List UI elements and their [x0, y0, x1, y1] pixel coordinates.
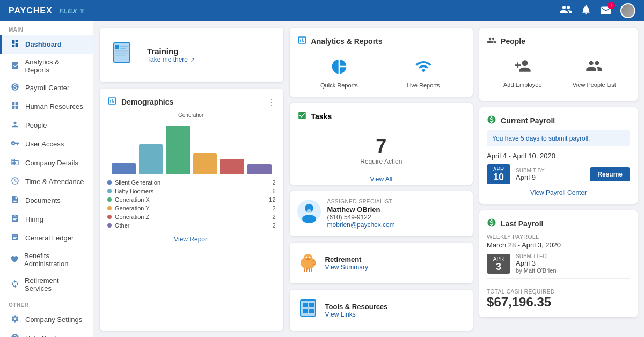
svg-rect-27 — [303, 309, 308, 313]
specialist-details: ASSIGNED SPECIALIST Matthew OBrien (610)… — [327, 199, 395, 229]
tools-view-links[interactable]: View Links — [325, 311, 388, 318]
training-card: Training Take me there ↗ — [100, 28, 283, 82]
view-report-link[interactable]: View Report — [107, 235, 276, 243]
users-icon[interactable] — [560, 5, 572, 17]
bell-icon[interactable] — [581, 4, 591, 18]
sidebar-item-hiring[interactable]: Hiring — [0, 210, 93, 229]
sidebar-item-gl[interactable]: General Ledger — [0, 229, 93, 247]
sidebar-item-company[interactable]: Company Details — [0, 153, 93, 172]
retirement-card: Retirement View Summary — [290, 243, 473, 283]
sidebar-item-documents[interactable]: Documents — [0, 191, 93, 210]
current-payroll-card: Current Payroll You have 5 days to submi… — [479, 107, 638, 204]
svg-line-20 — [304, 269, 305, 272]
legend-name: Generation Y — [115, 205, 269, 211]
svg-rect-1 — [16, 102, 18, 105]
legend-count: 6 — [272, 188, 275, 194]
help-icon — [10, 333, 20, 337]
sidebar-item-user-access[interactable]: User Access — [0, 135, 93, 153]
legend-dot — [107, 197, 112, 202]
svg-rect-0 — [12, 102, 14, 105]
sidebar-item-people[interactable]: People — [0, 116, 93, 135]
sidebar-other-label: OTHER — [0, 297, 93, 310]
payroll-period: April 4 - April 10, 2020 — [487, 152, 630, 160]
specialist-email[interactable]: mobrien@paychex.com — [327, 221, 395, 229]
live-reports-icon — [415, 58, 432, 79]
analytics-card: Analytics & Reports Quick Reports — [290, 28, 473, 97]
people-card-icon — [487, 35, 496, 47]
sidebar-item-benefits[interactable]: Benefits Administration — [0, 247, 93, 272]
people-actions: Add Employee View People List — [487, 52, 630, 93]
demographics-legend: Silent Generation 2 Baby Boomers 6 Gener… — [107, 178, 276, 230]
main-layout: MAIN Dashboard Analytics & Reports Payro… — [0, 21, 644, 337]
sidebar-item-hr[interactable]: Human Resources — [0, 97, 93, 116]
add-employee-icon — [514, 57, 531, 78]
sidebar-label-company: Company Details — [25, 159, 78, 167]
sidebar-item-analytics[interactable]: Analytics & Reports — [0, 54, 93, 78]
view-payroll-center[interactable]: View Payroll Center — [487, 188, 630, 196]
tools-icon — [297, 297, 319, 323]
sidebar-item-help[interactable]: Help Center — [0, 329, 93, 337]
svg-rect-9 — [115, 53, 128, 54]
sidebar-item-time[interactable]: Time & Attendance — [0, 172, 93, 191]
sidebar-item-dashboard[interactable]: Dashboard — [0, 35, 93, 54]
svg-point-13 — [302, 215, 316, 223]
training-title: Training — [147, 47, 195, 56]
training-text: Training Take me there ↗ — [147, 47, 195, 63]
svg-point-17 — [305, 257, 307, 258]
retirement-view-summary[interactable]: View Summary — [325, 263, 368, 271]
people-header: People — [487, 35, 630, 47]
tasks-count: 7 Require Action — [297, 127, 466, 170]
training-link[interactable]: Take me there ↗ — [147, 56, 195, 63]
chart-bar — [220, 159, 244, 174]
avatar[interactable] — [620, 3, 635, 18]
last-payroll-dates: March 28 - April 3, 2020 — [487, 241, 630, 249]
sidebar-item-settings[interactable]: Company Settings — [0, 310, 93, 329]
sidebar-item-payroll[interactable]: Payroll Center — [0, 78, 93, 97]
analytics-header: Analytics & Reports — [297, 35, 466, 47]
legend-dot — [107, 206, 112, 210]
last-payroll-title: Last Payroll — [501, 219, 543, 228]
chart-bar — [193, 153, 217, 174]
svg-point-14 — [307, 209, 311, 214]
payroll-icon — [10, 83, 20, 93]
add-employee-action[interactable]: Add Employee — [487, 52, 558, 93]
mail-icon[interactable]: 7 — [600, 5, 612, 17]
retirement-icon — [10, 280, 19, 290]
specialist-icon — [297, 200, 321, 228]
sidebar-label-retirement-services: Retirement Services — [25, 276, 84, 292]
tasks-number: 7 — [297, 135, 466, 158]
current-payroll-header: Current Payroll — [487, 115, 630, 126]
sidebar-item-retirement[interactable]: Retirement Services — [0, 272, 93, 297]
demographics-icon — [107, 96, 117, 108]
legend-name: Generation Z — [115, 214, 269, 220]
user-access-icon — [10, 139, 20, 149]
people-icon — [10, 120, 20, 130]
demographics-header: Demographics ⋮ — [107, 96, 276, 108]
legend-dot — [107, 215, 112, 219]
legend-item: Generation Y 2 — [107, 204, 276, 213]
svg-rect-2 — [12, 106, 14, 109]
header-icons: 7 — [560, 3, 635, 18]
tools-info: Tools & Resources View Links — [325, 303, 388, 318]
last-payroll-date-box: APR 3 — [487, 254, 510, 274]
resume-button[interactable]: Resume — [590, 167, 630, 181]
submitted-info: SUBMITTED April 3 by Matt O'Brien — [516, 253, 556, 274]
sidebar-label-people: People — [25, 121, 47, 129]
live-reports-item[interactable]: Live Reports — [381, 53, 465, 94]
view-people-action[interactable]: View People List — [559, 52, 630, 93]
demographics-card: Demographics ⋮ Generation Silent Generat… — [100, 89, 283, 331]
quick-reports-icon — [331, 58, 348, 79]
chart-label: Generation — [107, 112, 276, 118]
sidebar-label-settings: Company Settings — [25, 316, 82, 324]
legend-name: Silent Generation — [115, 179, 269, 186]
svg-rect-3 — [16, 106, 18, 109]
tasks-view-all[interactable]: View All — [297, 175, 466, 183]
sidebar-label-documents: Documents — [25, 196, 61, 204]
demographics-chart — [107, 120, 276, 174]
demographics-menu[interactable]: ⋮ — [267, 97, 276, 107]
analytics-actions: Quick Reports Live Reports — [297, 53, 466, 94]
svg-rect-10 — [115, 55, 126, 56]
legend-name: Baby Boomers — [115, 188, 269, 194]
quick-reports-item[interactable]: Quick Reports — [297, 53, 382, 94]
tasks-subtitle: Require Action — [297, 158, 466, 165]
